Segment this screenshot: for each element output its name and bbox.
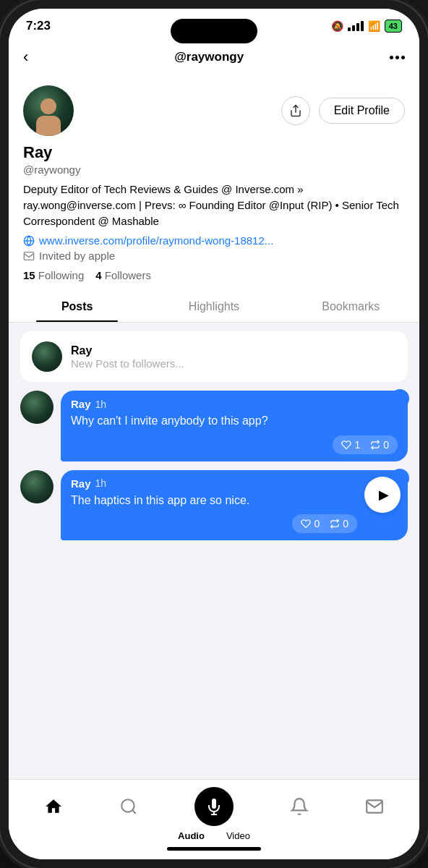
back-button[interactable]: ‹ bbox=[23, 48, 28, 67]
post-author: Ray bbox=[71, 398, 91, 410]
audio-label: Audio bbox=[178, 830, 205, 841]
profile-area: Edit Profile Ray @raywongy Deputy Editor… bbox=[9, 75, 419, 292]
wifi-icon: 📶 bbox=[368, 20, 380, 32]
following-label: Following bbox=[38, 269, 84, 281]
share-button[interactable] bbox=[281, 96, 310, 125]
invited-by-text: Invited by apple bbox=[39, 250, 115, 262]
following-count: 15 bbox=[23, 269, 35, 281]
nav-icons bbox=[9, 787, 419, 826]
nav-home[interactable] bbox=[44, 797, 63, 816]
status-icons: 🔕 📶 43 bbox=[331, 20, 402, 33]
tab-posts-label: Posts bbox=[61, 300, 93, 312]
post-avatar bbox=[20, 391, 54, 424]
profile-top-row: Edit Profile bbox=[23, 85, 405, 136]
play-icon: ▶ bbox=[379, 487, 389, 503]
post-row: Ray 1h Why can't I invite anybody to thi… bbox=[20, 391, 408, 461]
repost-reaction[interactable]: 0 bbox=[370, 439, 389, 451]
nav-record[interactable] bbox=[194, 787, 234, 826]
post-author: Ray bbox=[71, 477, 91, 490]
new-post-avatar bbox=[32, 341, 62, 372]
new-post-content[interactable]: Ray New Post to followers... bbox=[71, 344, 396, 370]
invite-icon bbox=[23, 250, 35, 262]
tab-highlights[interactable]: Highlights bbox=[145, 292, 282, 322]
home-indicator bbox=[167, 847, 261, 851]
dynamic-island bbox=[171, 19, 257, 43]
stats-row: 15 Following 4 Followers bbox=[23, 269, 405, 281]
post-text: Why can't I invite anybody to this app? bbox=[71, 413, 398, 429]
post-bubble: Ray 1h Why can't I invite anybody to thi… bbox=[61, 391, 408, 461]
mic-icon bbox=[205, 798, 223, 815]
profile-handle: @raywongy bbox=[23, 163, 405, 176]
tab-highlights-label: Highlights bbox=[189, 300, 239, 312]
post-bubble: Ray 1h The haptics in this app are so ni… bbox=[61, 470, 408, 540]
profile-name: Ray bbox=[23, 143, 405, 162]
repost-icon bbox=[370, 440, 380, 450]
nav-labels: Audio Video bbox=[9, 826, 419, 843]
like-count: 1 bbox=[354, 439, 360, 451]
video-label: Video bbox=[226, 830, 250, 841]
battery-indicator: 43 bbox=[385, 20, 402, 33]
post-avatar bbox=[20, 470, 54, 503]
dot-icon bbox=[390, 56, 393, 59]
phone-screen: 7:23 🔕 📶 43 ‹ @raywongy bbox=[9, 9, 419, 859]
play-video-button[interactable]: ▶ bbox=[364, 477, 401, 513]
like-reaction[interactable]: 0 bbox=[301, 518, 320, 529]
more-menu-button[interactable] bbox=[390, 56, 405, 59]
search-icon bbox=[119, 797, 138, 816]
bell-nav-icon bbox=[290, 797, 309, 816]
record-button[interactable] bbox=[194, 787, 234, 826]
repost-count: 0 bbox=[383, 439, 389, 451]
link-icon bbox=[23, 235, 35, 247]
new-post-box[interactable]: Ray New Post to followers... bbox=[20, 331, 408, 382]
header-username: @raywongy bbox=[174, 50, 244, 64]
nav-messages[interactable] bbox=[365, 797, 384, 816]
post-actions-row: 1 0 bbox=[71, 435, 398, 454]
phone-frame: 7:23 🔕 📶 43 ‹ @raywongy bbox=[0, 0, 428, 868]
tab-bookmarks-label: Bookmarks bbox=[322, 300, 380, 312]
repost-reaction[interactable]: 0 bbox=[330, 518, 348, 529]
svg-rect-3 bbox=[24, 252, 33, 260]
post-row: Ray 1h The haptics in this app are so ni… bbox=[20, 470, 408, 540]
profile-actions: Edit Profile bbox=[281, 96, 405, 125]
avatar bbox=[23, 85, 74, 136]
post-card: Ray 1h The haptics in this app are so ni… bbox=[20, 470, 408, 548]
followers-label: Followers bbox=[105, 269, 151, 281]
repost-icon bbox=[330, 519, 340, 529]
dot-icon bbox=[401, 56, 405, 59]
edit-profile-button[interactable]: Edit Profile bbox=[319, 98, 405, 124]
nav-search[interactable] bbox=[119, 797, 138, 816]
bottom-nav: Audio Video bbox=[9, 779, 419, 859]
profile-link[interactable]: www.inverse.com/profile/raymond-wong-188… bbox=[23, 234, 405, 247]
post-bubble-header: Ray 1h bbox=[71, 477, 357, 490]
post-bubble-header: Ray 1h bbox=[71, 398, 398, 410]
like-count: 0 bbox=[314, 518, 320, 529]
tab-bookmarks[interactable]: Bookmarks bbox=[283, 292, 419, 322]
svg-point-6 bbox=[121, 799, 134, 812]
profile-tabs: Posts Highlights Bookmarks bbox=[9, 292, 419, 323]
signal-bars-icon bbox=[348, 21, 364, 31]
post-card: Ray 1h Why can't I invite anybody to thi… bbox=[20, 391, 408, 461]
profile-invited: Invited by apple bbox=[23, 250, 405, 262]
profile-link-text: www.inverse.com/profile/raymond-wong-188… bbox=[39, 234, 273, 247]
nav-notifications[interactable] bbox=[290, 797, 309, 816]
profile-header: ‹ @raywongy bbox=[9, 39, 419, 75]
mail-icon bbox=[365, 797, 384, 816]
notification-bell-icon: 🔕 bbox=[331, 20, 343, 32]
following-stat[interactable]: 15 Following bbox=[23, 269, 84, 281]
status-time: 7:23 bbox=[26, 19, 51, 33]
like-reaction[interactable]: 1 bbox=[341, 439, 360, 451]
heart-icon bbox=[301, 519, 311, 529]
heart-icon bbox=[341, 440, 351, 450]
svg-line-7 bbox=[132, 810, 136, 814]
post-reactions: 1 0 bbox=[333, 435, 398, 454]
post-time: 1h bbox=[95, 477, 107, 489]
repost-count: 0 bbox=[343, 518, 348, 529]
post-time: 1h bbox=[95, 399, 107, 410]
followers-stat[interactable]: 4 Followers bbox=[95, 269, 151, 281]
new-post-placeholder: New Post to followers... bbox=[71, 357, 396, 370]
tab-posts[interactable]: Posts bbox=[9, 292, 145, 322]
dot-icon bbox=[395, 56, 399, 59]
share-icon bbox=[289, 104, 302, 117]
profile-bio: Deputy Editor of Tech Reviews & Guides @… bbox=[23, 182, 405, 229]
post-text: The haptics in this app are so nice. bbox=[71, 493, 357, 509]
